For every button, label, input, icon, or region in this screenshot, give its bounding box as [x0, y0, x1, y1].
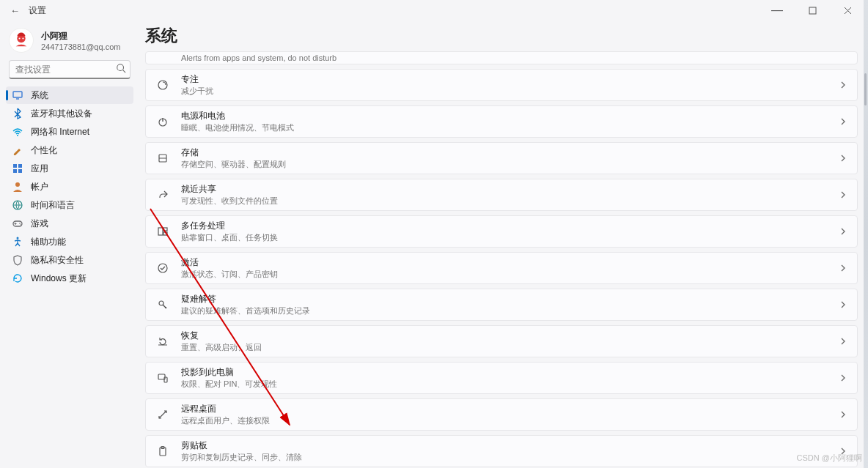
maximize-button[interactable]	[798, 1, 827, 19]
card-title: 激活	[181, 256, 828, 269]
svg-rect-21	[158, 228, 163, 235]
settings-card-partial[interactable]: Alerts from apps and system, do not dist…	[145, 51, 858, 64]
svg-point-5	[117, 64, 124, 71]
storage-icon	[156, 152, 169, 165]
card-subtitle: 权限、配对 PIN、可发现性	[181, 379, 828, 390]
wifi-icon	[12, 126, 23, 138]
svg-point-12	[15, 182, 20, 187]
sidebar-item-display[interactable]: 系统	[6, 86, 133, 104]
chevron-right-icon	[839, 118, 847, 125]
svg-rect-23	[163, 232, 167, 235]
recover-icon	[156, 335, 169, 348]
bluetooth-icon	[12, 108, 23, 119]
sidebar-item-game[interactable]: 游戏	[6, 215, 133, 232]
close-button[interactable]	[833, 1, 862, 19]
card-subtitle: 存储空间、驱动器、配置规则	[181, 159, 828, 170]
svg-rect-8	[13, 164, 17, 168]
svg-point-16	[21, 224, 22, 226]
search-input[interactable]	[9, 60, 130, 79]
card-title: 多任务处理	[181, 220, 828, 232]
chevron-right-icon	[839, 228, 847, 235]
chevron-right-icon	[839, 264, 847, 272]
svg-point-24	[158, 264, 167, 272]
globe-icon	[12, 199, 23, 211]
chevron-right-icon	[839, 81, 847, 89]
svg-point-15	[19, 223, 21, 224]
search-icon	[116, 63, 126, 73]
settings-card-multitask[interactable]: 多任务处理 贴靠窗口、桌面、任务切换	[145, 215, 858, 248]
sidebar-item-label: 隐私和安全性	[31, 254, 84, 267]
chevron-right-icon	[839, 338, 847, 345]
sidebar-item-label: 网络和 Internet	[31, 126, 89, 138]
user-block[interactable]: 小阿狸 2447173881@qq.com	[6, 25, 133, 60]
settings-card-power[interactable]: 电源和电池 睡眠、电池使用情况、节电模式	[145, 105, 858, 138]
titlebar: ← 设置 ―	[0, 0, 868, 21]
brush-icon	[12, 144, 23, 156]
sidebar-item-person[interactable]: 帐户	[6, 178, 133, 196]
settings-list: Alerts from apps and system, do not dist…	[139, 51, 862, 468]
settings-card-remote[interactable]: 远程桌面 远程桌面用户、连接权限	[145, 398, 858, 431]
sidebar-item-apps[interactable]: 应用	[6, 160, 133, 177]
trouble-icon	[156, 298, 169, 311]
card-subtitle: 睡眠、电池使用情况、节电模式	[181, 122, 828, 133]
activate-icon	[156, 261, 169, 275]
chevron-right-icon	[839, 155, 847, 162]
sidebar-item-label: 时间和语言	[31, 199, 75, 212]
sidebar-item-brush[interactable]: 个性化	[6, 141, 133, 159]
sidebar-item-label: 系统	[31, 89, 48, 102]
sidebar-item-label: 蓝牙和其他设备	[31, 108, 92, 120]
sidebar-item-label: 游戏	[31, 218, 48, 230]
settings-card-trouble[interactable]: 疑难解答 建议的疑难解答、首选项和历史记录	[145, 289, 858, 321]
access-icon	[12, 236, 23, 248]
settings-card-focus[interactable]: 专注 减少干扰	[145, 69, 858, 101]
svg-rect-11	[18, 169, 22, 173]
sidebar-item-label: 个性化	[31, 144, 57, 157]
sidebar-item-globe[interactable]: 时间和语言	[6, 196, 133, 214]
shield-icon	[12, 254, 23, 266]
card-subtitle: 贴靠窗口、桌面、任务切换	[181, 232, 828, 243]
svg-point-17	[17, 237, 19, 239]
svg-rect-10	[13, 169, 17, 173]
sidebar-item-shield[interactable]: 隐私和安全性	[6, 251, 133, 269]
card-title: 投影到此电脑	[181, 366, 828, 379]
card-title: 恢复	[181, 330, 828, 342]
search-box[interactable]	[9, 60, 130, 79]
settings-card-share[interactable]: 就近共享 可发现性、收到文件的位置	[145, 179, 858, 211]
multitask-icon	[156, 225, 169, 238]
sidebar-nav: 系统蓝牙和其他设备网络和 Internet个性化应用帐户时间和语言游戏辅助功能隐…	[6, 86, 133, 287]
clipboard-icon	[156, 445, 169, 458]
settings-card-recover[interactable]: 恢复 重置、高级启动、返回	[145, 325, 858, 357]
avatar	[9, 28, 34, 53]
card-subtitle: 建议的疑难解答、首选项和历史记录	[181, 305, 828, 316]
user-name: 小阿狸	[41, 30, 120, 42]
svg-point-7	[17, 135, 18, 136]
settings-card-activate[interactable]: 激活 激活状态、订阅、产品密钥	[145, 252, 858, 284]
chevron-right-icon	[839, 374, 847, 382]
card-title: 就近共享	[181, 183, 828, 196]
card-subtitle: 激活状态、订阅、产品密钥	[181, 269, 828, 280]
card-subtitle: 剪切和复制历史记录、同步、清除	[181, 452, 828, 463]
settings-card-project[interactable]: 投影到此电脑 权限、配对 PIN、可发现性	[145, 362, 858, 394]
settings-card-storage[interactable]: 存储 存储空间、驱动器、配置规则	[145, 142, 858, 174]
sidebar-item-label: 应用	[31, 163, 48, 175]
sidebar: 小阿狸 2447173881@qq.com 系统蓝牙和其他设备网络和 Inter…	[0, 21, 139, 468]
sidebar-item-bluetooth[interactable]: 蓝牙和其他设备	[6, 105, 133, 122]
user-email: 2447173881@qq.com	[41, 42, 120, 51]
bg-edge	[864, 0, 868, 468]
game-icon	[12, 218, 23, 229]
svg-rect-22	[163, 228, 167, 231]
card-title: 远程桌面	[181, 403, 828, 415]
sidebar-item-wifi[interactable]: 网络和 Internet	[6, 123, 133, 141]
settings-card-clipboard[interactable]: 剪贴板 剪切和复制历史记录、同步、清除	[145, 435, 858, 467]
minimize-button[interactable]: ―	[762, 1, 792, 19]
back-button[interactable]: ←	[6, 4, 24, 18]
app-title: 设置	[29, 4, 46, 17]
watermark: CSDN @小阿狸啊	[797, 453, 862, 464]
svg-point-3	[19, 38, 21, 40]
focus-icon	[156, 78, 169, 92]
display-icon	[12, 89, 23, 101]
power-icon	[156, 115, 169, 128]
card-subtitle: 重置、高级启动、返回	[181, 342, 828, 353]
sidebar-item-update[interactable]: Windows 更新	[6, 270, 133, 287]
sidebar-item-access[interactable]: 辅助功能	[6, 233, 133, 250]
